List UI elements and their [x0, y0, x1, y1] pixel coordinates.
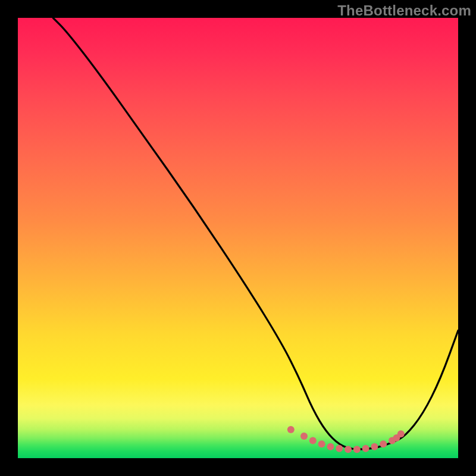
highlight-marker	[371, 443, 378, 450]
bottleneck-curve	[53, 18, 458, 449]
highlight-markers	[287, 426, 405, 453]
highlight-marker	[353, 446, 361, 453]
highlight-marker	[362, 445, 369, 452]
plot-area	[18, 18, 458, 458]
highlight-marker	[318, 440, 325, 447]
highlight-marker	[287, 426, 295, 433]
highlight-marker	[397, 430, 405, 437]
watermark-label: TheBottleneck.com	[337, 2, 471, 19]
highlight-marker	[336, 445, 343, 452]
highlight-marker	[300, 433, 308, 440]
curve-layer	[53, 18, 458, 449]
highlight-marker	[309, 437, 317, 444]
highlight-marker	[345, 446, 352, 453]
chart-frame: TheBottleneck.com	[0, 0, 476, 476]
highlight-marker	[327, 443, 334, 450]
highlight-marker	[380, 440, 387, 447]
chart-svg	[18, 18, 458, 458]
